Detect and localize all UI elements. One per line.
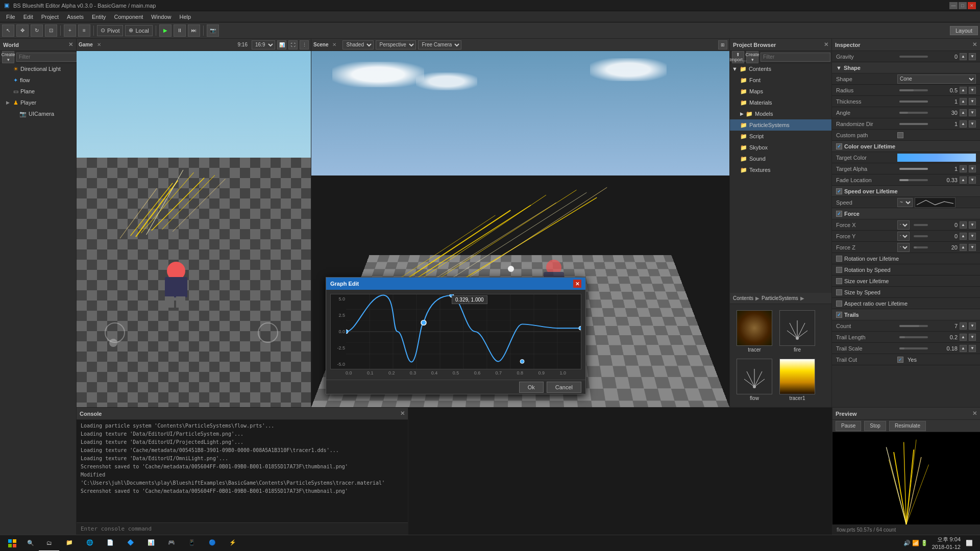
force-y-down[interactable]: ▼	[969, 233, 976, 240]
tree-directional-light[interactable]: ☀ Directional Light	[0, 63, 76, 74]
folder-contents[interactable]: ▼ 📁 Contents	[730, 63, 831, 74]
speed-mode-select[interactable]: ~	[897, 198, 913, 207]
world-close-btn[interactable]: ✕	[68, 41, 73, 48]
project-filter-input[interactable]	[761, 53, 830, 62]
radius-down[interactable]: ▼	[969, 87, 976, 94]
breadcrumb-particlesystems[interactable]: ParticleSystems	[762, 295, 798, 301]
count-up[interactable]: ▲	[960, 322, 967, 330]
pivot-selector[interactable]: ⊙ Pivot	[97, 25, 123, 36]
folder-script[interactable]: 📁 Script	[730, 131, 831, 142]
gravity-up-btn[interactable]: ▲	[960, 53, 967, 60]
close-btn[interactable]: ✕	[968, 2, 976, 9]
count-down[interactable]: ▼	[969, 322, 976, 330]
speed-lifetime-section[interactable]: Speed over Lifetime	[832, 186, 980, 197]
graph-area[interactable]: 5.0 2.5 0.0 -2.5 -5.0	[330, 294, 581, 369]
randomize-up[interactable]: ▲	[960, 120, 967, 128]
asset-flow[interactable]: flow	[734, 357, 775, 403]
project-create-btn[interactable]: Create ▾	[746, 51, 758, 63]
trail-length-up[interactable]: ▲	[960, 334, 967, 341]
trails-chk[interactable]	[836, 312, 842, 318]
world-create-btn[interactable]: Create ▾	[2, 51, 14, 63]
taskbar-mail[interactable]: 📄	[100, 535, 120, 552]
scene-shading-select[interactable]: Shaded	[342, 40, 374, 49]
project-close-btn[interactable]: ✕	[824, 41, 828, 48]
force-x-slider[interactable]	[914, 224, 928, 226]
folder-skybox[interactable]: 📁 Skybox	[730, 142, 831, 153]
taskbar-vs[interactable]: 🔷	[120, 535, 141, 552]
tree-player[interactable]: ▶ ♟ Player	[0, 97, 76, 108]
color-lifetime-section[interactable]: Color over Lifetime	[832, 141, 980, 152]
scale-tool[interactable]: ⊡	[45, 24, 57, 37]
size-lifetime-chk[interactable]	[836, 278, 842, 284]
trail-scale-down[interactable]: ▼	[969, 345, 976, 352]
thickness-up[interactable]: ▲	[960, 98, 967, 105]
force-section[interactable]: Force	[832, 208, 980, 219]
fade-down[interactable]: ▼	[969, 177, 976, 184]
force-z-mode[interactable]: ~	[897, 243, 910, 252]
angle-slider[interactable]	[899, 112, 928, 114]
local-selector[interactable]: ⊕ Local	[125, 25, 152, 36]
trail-scale-slider[interactable]	[899, 347, 928, 349]
folder-particlesystems[interactable]: 📁 ParticleSystems	[730, 119, 831, 131]
asset-fire[interactable]: fire	[777, 308, 818, 355]
play-btn[interactable]: ▶	[159, 24, 172, 37]
target-alpha-slider[interactable]	[899, 168, 928, 170]
tree-flow[interactable]: ✦ flow	[0, 74, 76, 86]
thickness-down[interactable]: ▼	[969, 98, 976, 105]
layout-btn[interactable]: Layout	[950, 26, 978, 35]
game-stats-btn[interactable]: 📊	[277, 40, 286, 49]
folder-textures[interactable]: 📁 Textures	[730, 164, 831, 176]
shape-type-select[interactable]: Cone	[897, 74, 976, 84]
fade-slider[interactable]	[899, 179, 928, 181]
preview-pause-btn[interactable]: Pause	[836, 421, 861, 431]
force-y-mode[interactable]: ~	[897, 232, 910, 241]
scene-close-btn[interactable]: ✕	[332, 42, 336, 47]
trail-length-slider[interactable]	[899, 336, 928, 338]
world-filter-input[interactable]	[16, 53, 86, 62]
folder-models[interactable]: ▶ 📁 Models	[730, 108, 831, 119]
folder-materials[interactable]: 📁 Materials	[730, 97, 831, 108]
taskbar-search-btn[interactable]: 🔍	[22, 536, 39, 550]
graph-close-btn[interactable]: ✕	[573, 280, 581, 288]
rotation-speed-chk[interactable]	[836, 267, 842, 273]
menu-component[interactable]: Component	[110, 13, 147, 21]
angle-up[interactable]: ▲	[960, 109, 967, 116]
randomize-slider[interactable]	[899, 123, 928, 125]
shape-section[interactable]: ▼ Shape	[832, 62, 980, 73]
force-y-up[interactable]: ▲	[960, 233, 967, 240]
trail-cut-chk[interactable]	[897, 357, 903, 363]
game-fullscreen-btn[interactable]: ⛶	[288, 40, 298, 49]
inspector-close-btn[interactable]: ✕	[972, 41, 977, 48]
custom-path-chk[interactable]	[897, 132, 903, 138]
taskbar-vs2[interactable]: 📊	[141, 535, 161, 552]
speed-lifetime-chk[interactable]	[836, 188, 842, 194]
step-btn[interactable]: ⏭	[188, 24, 200, 37]
menu-window[interactable]: Window	[147, 13, 175, 21]
gravity-slider[interactable]	[899, 56, 928, 58]
tree-uicamera[interactable]: 📷 UICamera	[0, 108, 76, 119]
force-z-up[interactable]: ▲	[960, 244, 967, 251]
target-color-swatch[interactable]	[897, 154, 976, 162]
taskbar-blueshift[interactable]: 🔵	[202, 535, 223, 552]
rotation-lifetime-chk[interactable]	[836, 256, 842, 262]
folder-maps[interactable]: 📁 Maps	[730, 86, 831, 97]
breadcrumb-contents[interactable]: Contents	[733, 295, 753, 301]
taskbar-filemanager[interactable]: 🗂	[39, 535, 59, 552]
taskbar-edge[interactable]: 🌐	[80, 535, 100, 552]
gravity-down-btn[interactable]: ▼	[969, 53, 976, 60]
preview-stop-btn[interactable]: Stop	[864, 421, 886, 431]
graph-cancel-btn[interactable]: Cancel	[547, 382, 581, 393]
pause-btn[interactable]: ⏸	[174, 24, 186, 37]
show-desktop-btn[interactable]: ⬜	[965, 540, 974, 546]
console-command-input[interactable]	[81, 525, 404, 532]
force-x-down[interactable]: ▼	[969, 221, 976, 229]
alpha-up[interactable]: ▲	[960, 165, 967, 172]
tree-plane[interactable]: ▭ Plane	[0, 86, 76, 97]
force-z-down[interactable]: ▼	[969, 244, 976, 251]
force-chk[interactable]	[836, 211, 842, 217]
folder-font[interactable]: 📁 Font	[730, 74, 831, 86]
count-slider[interactable]	[899, 325, 928, 327]
trail-length-down[interactable]: ▼	[969, 334, 976, 341]
select-tool[interactable]: ↖	[2, 24, 14, 37]
minimize-btn[interactable]: —	[949, 2, 958, 9]
